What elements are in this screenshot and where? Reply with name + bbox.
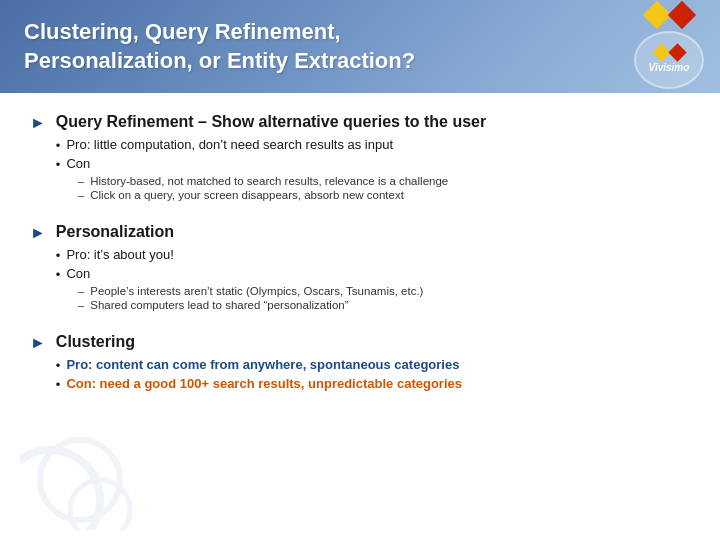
section-2-pro: • Pro: it’s about you! [56,247,690,263]
header-title-line1: Clustering, Query Refinement, [24,19,341,44]
dot-icon: • [56,377,61,392]
dash-icon: – [78,175,84,187]
svg-point-2 [70,480,130,530]
section-query-refinement: ► Query Refinement – Show alternative qu… [30,113,690,205]
content-area: ► Query Refinement – Show alternative qu… [0,93,720,423]
dot-icon: • [56,157,61,172]
dot-icon: • [56,248,61,263]
section-2-content: Personalization • Pro: it’s about you! •… [56,223,690,315]
section-1-title: Query Refinement – Show alternative quer… [56,113,690,131]
section-2-sub-list: – People’s interests aren’t static (Olym… [78,285,690,311]
section-1-pro: • Pro: little computation, don’t need se… [56,137,690,153]
sub-item: – History-based, not matched to search r… [78,175,690,187]
section-personalization: ► Personalization • Pro: it’s about you!… [30,223,690,315]
arrow-icon-1: ► [30,114,46,132]
logo-diamonds [647,5,692,25]
slide: Clustering, Query Refinement, Personaliz… [0,0,720,540]
diamond-yellow-icon [642,0,670,28]
arrow-icon-2: ► [30,224,46,242]
dot-icon: • [56,267,61,282]
dot-icon: • [56,138,61,153]
section-1-sub-list: – History-based, not matched to search r… [78,175,690,201]
dash-icon: – [78,299,84,311]
logo-container: Vivisimo [634,5,704,89]
header-title-line2: Personalization, or Entity Extraction? [24,48,415,73]
section-1-content: Query Refinement – Show alternative quer… [56,113,690,205]
small-diamond-red-icon [668,43,686,61]
section-3-con: • Con: need a good 100+ search results, … [56,376,690,392]
sub-item: – Shared computers lead to shared “perso… [78,299,690,311]
arrow-icon-3: ► [30,334,46,352]
logo-area: Vivisimo [634,5,704,89]
diamond-red-icon [667,0,695,28]
dot-icon: • [56,358,61,373]
svg-point-1 [40,440,120,520]
section-3-content: Clustering • Pro: content can come from … [56,333,690,395]
dash-icon: – [78,285,84,297]
section-clustering: ► Clustering • Pro: content can come fro… [30,333,690,395]
section-2-con: • Con [56,266,690,282]
logo-circle: Vivisimo [634,31,704,89]
dash-icon: – [78,189,84,201]
header-title: Clustering, Query Refinement, Personaliz… [24,18,415,75]
svg-point-0 [20,450,100,530]
sub-item: – Click on a query, your screen disappea… [78,189,690,201]
logo-inner-diamonds [655,46,684,59]
logo-text: Vivisimo [649,62,690,73]
section-3-pro: • Pro: content can come from anywhere, s… [56,357,690,373]
header: Clustering, Query Refinement, Personaliz… [0,0,720,93]
section-2-title: Personalization [56,223,690,241]
sub-item: – People’s interests aren’t static (Olym… [78,285,690,297]
section-3-title: Clustering [56,333,690,351]
section-1-con: • Con [56,156,690,172]
